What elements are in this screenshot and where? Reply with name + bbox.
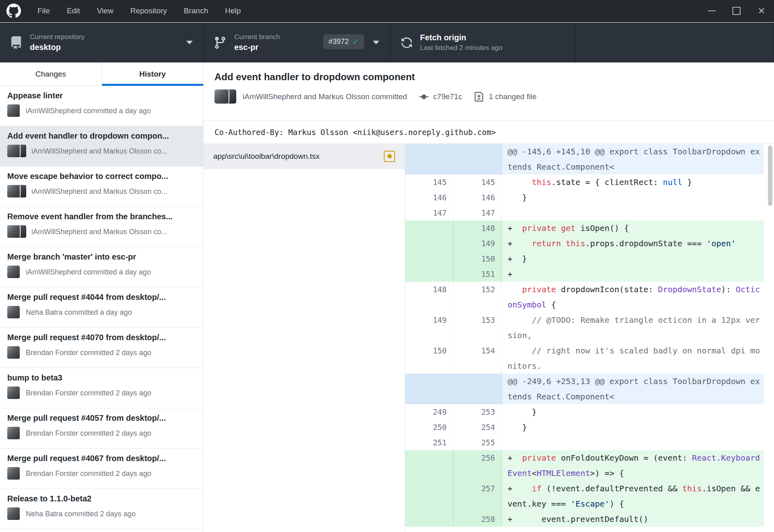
- commit-meta-row: Brendan Forster committed 2 days ago: [7, 386, 198, 400]
- diff-old-line-number: 147: [405, 205, 454, 220]
- diff-line: 250254 }: [405, 420, 774, 435]
- commit-list-item[interactable]: Merge pull request #4057 from desktop/..…: [0, 408, 203, 449]
- commit-detail-title: Add event handler to dropdown component: [214, 71, 774, 83]
- menu-item-view[interactable]: View: [88, 0, 122, 22]
- menu-item-edit[interactable]: Edit: [58, 0, 89, 22]
- changed-files-panel: app\src\ui\toolbar\dropdown.tsx: [204, 144, 405, 532]
- commit-meta-row: Neha Batra committed a day ago: [7, 305, 198, 319]
- diff-code: }: [502, 404, 764, 420]
- diff-code: + }: [502, 251, 764, 266]
- avatar: [7, 225, 20, 238]
- chevron-down-icon: [373, 41, 379, 44]
- commit-list-item[interactable]: Merge pull request #4067 from desktop/..…: [0, 449, 203, 489]
- diff-new-line-number: 253: [454, 404, 502, 420]
- avatar: [7, 266, 21, 278]
- diff-code: this.state = { clientRect: null }: [502, 175, 764, 190]
- menu-item-file[interactable]: File: [29, 0, 58, 22]
- diff-line: 256+ private onFoldoutKeyDown = (event: …: [405, 450, 774, 481]
- commit-list-item[interactable]: Release to 1.1.0-beta2 Neha Batra commit…: [0, 489, 203, 529]
- commit-meta: Neha Batra committed a day ago: [26, 308, 132, 317]
- app: { "menu": ["File", "Edit", "View", "Repo…: [0, 0, 774, 532]
- diff-code: private dropdownIcon(state: DropdownStat…: [502, 282, 764, 312]
- diff-line: 150154 // right now it's scaled badly on…: [405, 343, 774, 374]
- avatar: [7, 427, 21, 440]
- diff-old-line-number: 249: [405, 404, 454, 420]
- commit-meta: Brendan Forster committed 2 days ago: [26, 470, 151, 478]
- commit-list-item[interactable]: bump to beta3 Brendan Forster committed …: [0, 368, 203, 408]
- commit-sha: c79e71c: [433, 92, 462, 101]
- sidebar-tabs: Changes History: [0, 62, 204, 86]
- diff-hunk-header: @@ -145,6 +145,10 @@ export class Toolba…: [405, 144, 774, 175]
- commit-title: bump to beta3: [7, 373, 198, 382]
- menu-item-repository[interactable]: Repository: [122, 0, 175, 22]
- file-list-item[interactable]: app\src\ui\toolbar\dropdown.tsx: [204, 144, 405, 169]
- diff-new-line-number: 147: [454, 205, 502, 220]
- diff-new-line-number: 145: [454, 175, 502, 190]
- avatar: [7, 104, 20, 117]
- tab-changes[interactable]: Changes: [0, 62, 102, 85]
- diff-line: 148+ private get isOpen() {: [405, 220, 774, 236]
- avatar: [7, 467, 21, 480]
- diff-rows: @@ -145,6 +145,10 @@ export class Toolba…: [405, 144, 774, 527]
- avatar: [7, 306, 21, 319]
- title-bar: FileEditViewRepositoryBranchHelp ✕: [0, 0, 774, 22]
- commit-meta-row: Brendan Forster committed 2 days ago: [7, 346, 198, 360]
- diff-new-line-number: 149: [454, 236, 502, 251]
- avatar: [7, 266, 20, 278]
- diff-old-line-number: 251: [405, 435, 454, 450]
- scrollbar-thumb[interactable]: [768, 145, 772, 206]
- changed-files-count: 1 changed file: [489, 92, 536, 101]
- commit-list-item[interactable]: Merge pull request #4070 from desktop/..…: [0, 328, 203, 368]
- close-button[interactable]: ✕: [749, 0, 774, 22]
- avatar: [7, 467, 20, 480]
- avatar: [7, 507, 21, 520]
- minimize-button[interactable]: [699, 0, 724, 22]
- avatar: [7, 225, 27, 238]
- tab-history[interactable]: History: [102, 62, 204, 85]
- diff-new-line-number: [454, 144, 502, 175]
- diff-code: }: [502, 190, 764, 205]
- avatar: [7, 145, 20, 157]
- commit-meta: iAmWillShepherd and Markus Olsson co...: [31, 228, 167, 236]
- commit-title: Merge pull request #4067 from desktop/..…: [7, 454, 198, 463]
- commit-authors: iAmWillShepherd and Markus Olsson commit…: [243, 92, 407, 101]
- commit-list-item[interactable]: Appease linter iAmWillShepherd committed…: [0, 86, 203, 126]
- menu-item-help[interactable]: Help: [216, 0, 249, 22]
- diff-old-line-number: 150: [405, 343, 454, 374]
- commit-meta-row: iAmWillShepherd and Markus Olsson co...: [7, 225, 198, 239]
- diff-old-line-number: [405, 374, 454, 404]
- diff-code: // right now it's scaled badly on normal…: [502, 343, 764, 374]
- diff-old-line-number: [405, 251, 454, 266]
- toolbar: Current repository desktop Current branc…: [0, 23, 774, 62]
- diff-old-line-number: 146: [405, 190, 454, 205]
- diff-new-line-number: [454, 374, 502, 404]
- diff-code: @@ -249,6 +253,13 @@ export class Toolba…: [502, 374, 764, 404]
- diff-old-line-number: [405, 450, 454, 481]
- avatar: [7, 185, 27, 198]
- diff-line: 146146 }: [405, 190, 774, 205]
- menu-item-branch[interactable]: Branch: [175, 0, 216, 22]
- commit-list-item[interactable]: Merge pull request #4044 from desktop/..…: [0, 287, 203, 328]
- diff-code: + private onFoldoutKeyDown = (event: Rea…: [502, 450, 764, 481]
- commit-list-item[interactable]: Move escape behavior to correct compo...…: [0, 166, 203, 207]
- current-repository-value: desktop: [30, 42, 85, 53]
- commit-list-item[interactable]: Remove event handler from the branches..…: [0, 207, 203, 247]
- current-branch-label: Current branch: [234, 32, 280, 42]
- commit-list-item[interactable]: Add event handler to dropdown compon... …: [0, 126, 203, 166]
- diff-code: + return this.props.dropdownState === 'o…: [502, 236, 764, 251]
- fetch-origin-button[interactable]: Fetch origin Last fetched 2 minutes ago: [390, 23, 575, 62]
- maximize-button[interactable]: [724, 0, 749, 22]
- diff-new-line-number: 151: [454, 266, 502, 282]
- diff-new-line-number: 148: [454, 220, 502, 236]
- commit-title: Release to 1.1.0-beta2: [7, 494, 198, 503]
- commit-meta-row: Neha Batra committed 2 days ago: [7, 507, 198, 521]
- diff-line: 148152 private dropdownIcon(state: Dropd…: [405, 282, 774, 312]
- diff-old-line-number: 145: [405, 175, 454, 190]
- commit-history-list: Appease linter iAmWillShepherd committed…: [0, 86, 204, 532]
- modified-file-icon: [384, 151, 395, 162]
- fetch-origin-title: Fetch origin: [420, 32, 502, 43]
- commit-list-item[interactable]: Merge branch 'master' into esc-pr iAmWil…: [0, 247, 203, 287]
- toolbar-spacer: [575, 23, 774, 62]
- current-repository-dropdown[interactable]: Current repository desktop: [0, 23, 204, 62]
- current-branch-dropdown[interactable]: Current branch esc-pr #3972 ✓: [204, 23, 390, 62]
